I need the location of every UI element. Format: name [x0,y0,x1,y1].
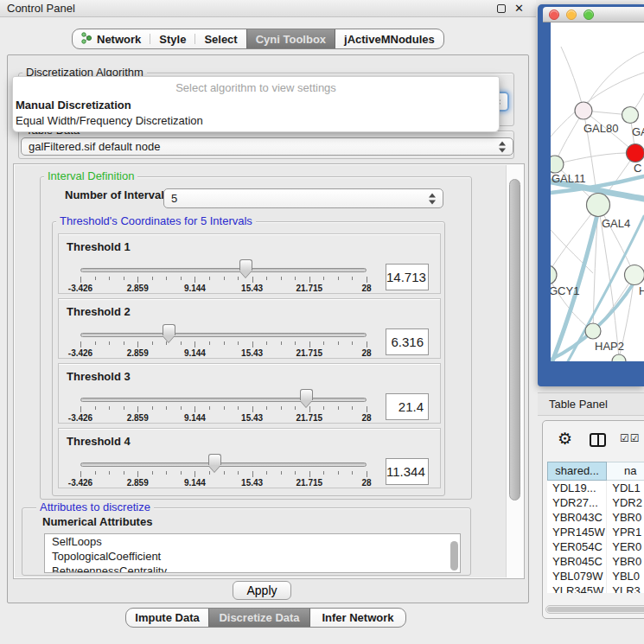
threshold-1-value-field[interactable]: 14.713 [386,264,429,290]
network-edge[interactable] [561,47,583,111]
node-label: GAL80 [583,122,618,135]
attributes-group: Attributes to discretize Numerical Attri… [22,507,471,576]
popup-hint: Select algorithm to view settings [13,77,499,97]
tab-network-label: Network [97,33,141,46]
tab-jactivemnodules[interactable]: jActiveMNodules [335,29,443,48]
table-row[interactable]: YLR345WYLR3 [547,583,644,593]
checkbox-icons[interactable]: ☑☑ [620,432,641,444]
float-window-icon[interactable] [497,4,506,13]
table-row[interactable]: YBR043CYBR0 [547,510,644,525]
threshold-4-value-field[interactable]: 11.344 [386,458,429,485]
threshold-2-slider-track[interactable] [80,333,367,337]
threshold-3-panel: Threshold 3 -3.4262.8599.14415.4321.7152… [58,363,441,424]
settings-scrollbar[interactable] [506,165,523,577]
column-header-shared-name[interactable]: shared... [547,462,607,481]
attributes-group-title: Attributes to discretize [36,501,154,514]
node-right[interactable] [625,265,644,285]
threshold-4-slider-handle[interactable] [208,454,221,465]
table-data-combo[interactable]: galFiltered.sif default node [21,137,513,156]
close-traffic-light-icon[interactable] [549,10,559,20]
threshold-4-slider-track[interactable] [80,462,367,467]
threshold-1-panel: Threshold 1 -3.4262.8599.14415.4321.7152… [58,233,441,294]
network-icon [81,32,92,47]
threshold-3-slider-handle[interactable] [300,389,313,400]
table-row[interactable]: YDL19...YDL1 [547,481,644,495]
threshold-1-ticks [80,277,367,284]
control-panel-tabbar: Network Style Select Cyni Toolbox jActiv… [72,29,444,49]
tab-style[interactable]: Style [150,29,194,48]
network-graph: GAL80GACGAL11GAL4GCY1HHAP2 [551,22,644,361]
node-top-right[interactable] [622,107,639,124]
numerical-attribute-item[interactable]: BetweennessCentrality [45,564,460,573]
column-header-name[interactable]: na [607,462,644,481]
popup-option-equal-width-frequency[interactable]: Equal Width/Frequency Discretization [13,112,499,128]
table-row[interactable]: YDR27...YDR2 [547,495,644,510]
tab-cyni-toolbox[interactable]: Cyni Toolbox [246,29,335,48]
node-hap2[interactable] [585,323,601,339]
node-gcy1[interactable] [551,265,557,284]
node-bottom[interactable] [612,354,626,361]
node-label: C [634,162,641,175]
threshold-2-label: Threshold 2 [67,305,131,318]
threshold-1-slider-handle[interactable] [239,259,252,271]
popup-option-manual-discretization[interactable]: Manual Discretization [13,97,499,112]
thresholds-group: Threshold's Coordinates for 5 Intervals … [52,221,445,496]
node-gal4[interactable] [587,194,610,217]
gear-icon[interactable]: ⚙ [558,429,572,449]
threshold-3-value-field[interactable]: 21.4 [386,393,429,420]
table-row[interactable]: YER054CYER0 [547,539,644,554]
node-gal80[interactable] [575,102,592,119]
node-red[interactable] [627,144,644,163]
node-label: GAL11 [552,172,586,185]
node-gal11[interactable] [551,156,564,173]
node-label: GA [632,125,644,138]
threshold-3-slider-track[interactable] [80,398,367,402]
minimize-traffic-light-icon[interactable] [566,10,577,20]
threshold-1-slider-track[interactable] [80,268,367,272]
threshold-3-ticks [80,406,367,413]
table-data-combo-value: galFiltered.sif default node [29,140,160,153]
attributes-list-scrollbar-thumb[interactable] [450,541,458,571]
apply-button[interactable]: Apply [233,581,291,600]
table-panel: ⚙ ☑☑ shared... na YDL19...YDL1YDR27...YD… [542,420,644,619]
threshold-2-panel: Threshold 2 -3.4262.8599.14415.4321.7152… [58,298,441,359]
numerical-attribute-item[interactable]: SelfLoops [45,534,460,549]
node-label: H [639,284,644,297]
network-edge[interactable] [583,52,644,111]
tab-infer-network[interactable]: Infer Network [310,609,405,627]
zoom-traffic-light-icon[interactable] [583,10,594,20]
network-view-window: GAL80GACGAL11GAL4GCY1HHAP2 [538,4,644,386]
threshold-2-slider-handle[interactable] [163,324,175,335]
close-icon[interactable]: ✕ [514,0,524,17]
combo-stepper-icon [499,141,507,152]
threshold-1-tick-labels: -3.4262.8599.14415.4321.71528 [80,284,367,293]
table-row[interactable]: YBL079WYBL0 [547,569,644,583]
network-edge[interactable] [555,153,635,164]
combo-stepper-icon [429,193,437,204]
table-horizontal-scrollbar[interactable] [545,605,644,614]
tab-network[interactable]: Network [73,29,150,48]
tab-select[interactable]: Select [195,29,245,48]
cyni-toolbox-panel: Discretization Algorithm Table Data galF… [7,54,529,603]
number-of-intervals-label: Number of Intervals [65,188,170,201]
threshold-3-label: Threshold 3 [67,370,131,383]
network-window-titlebar[interactable] [543,7,644,22]
threshold-4-tick-labels: -3.4262.8599.14415.4321.71528 [80,478,367,488]
settings-scrollbar-thumb[interactable] [509,179,520,501]
threshold-2-value-field[interactable]: 6.316 [386,328,429,355]
numerical-attributes-list[interactable]: SelfLoopsTopologicalCoefficientBetweenne… [44,533,461,573]
split-view-icon[interactable] [590,433,606,447]
table-row[interactable]: YPR145WYPR1 [547,525,644,539]
numerical-attribute-item[interactable]: TopologicalCoefficient [45,549,460,564]
network-canvas[interactable]: GAL80GACGAL11GAL4GCY1HHAP2 [551,22,644,361]
tab-discretize-data[interactable]: Discretize Data [208,609,310,627]
table-horizontal-scrollbar-thumb[interactable] [547,607,644,612]
number-of-intervals-combo[interactable]: 5 [163,188,443,208]
tab-impute-data[interactable]: Impute Data [126,609,208,627]
table-rows: YDL19...YDL1YDR27...YDR2YBR043CYBR0YPR14… [547,481,644,593]
table-row[interactable]: YBR045CYBR0 [547,554,644,569]
interval-definition-group: Interval Definition Number of Intervals … [40,176,472,500]
table-panel-title: Table Panel [549,398,608,411]
threshold-4-ticks [80,471,367,478]
table-header-row: shared... na [547,462,644,481]
